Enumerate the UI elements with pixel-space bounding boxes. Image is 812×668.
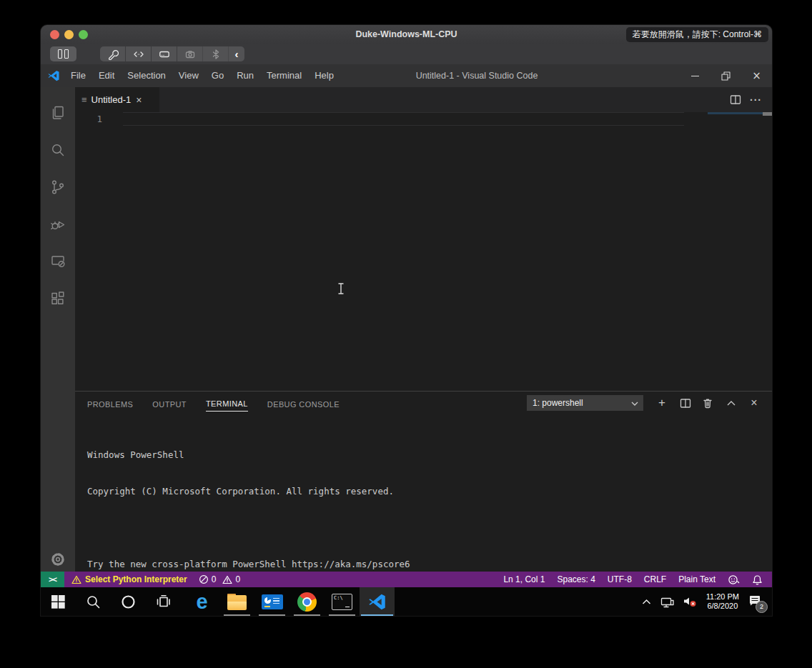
taskbar-clock[interactable]: 11:20 PM 6/8/2020 — [706, 592, 739, 611]
warning-icon — [222, 575, 232, 584]
cursor-position[interactable]: Ln 1, Col 1 — [503, 574, 545, 584]
split-editor-icon[interactable] — [730, 94, 741, 105]
bottom-panel: PROBLEMS OUTPUT TERMINAL DEBUG CONSOLE 1… — [75, 391, 772, 572]
tab-output[interactable]: OUTPUT — [152, 397, 187, 412]
edge-button[interactable]: e — [184, 587, 219, 616]
vm-bluetooth-button[interactable] — [203, 46, 229, 61]
vscode-logo-icon — [367, 592, 387, 612]
menu-run[interactable]: Run — [230, 64, 260, 87]
toolbar-collapse-button[interactable]: ‹ — [229, 46, 244, 61]
language-mode[interactable]: Plain Text — [678, 574, 716, 584]
menu-view[interactable]: View — [172, 64, 205, 87]
tab-problems[interactable]: PROBLEMS — [87, 397, 133, 412]
cortana-button[interactable] — [111, 587, 146, 616]
cortana-circle-icon — [121, 594, 136, 609]
suspend-vm-button[interactable] — [50, 46, 76, 61]
mouse-release-hint: 若要放開滑鼠，請按下: Control-⌘ — [626, 27, 768, 42]
tab-debug-console[interactable]: DEBUG CONSOLE — [267, 397, 340, 412]
menu-edit[interactable]: Edit — [92, 64, 121, 87]
tab-label: Untitled-1 — [91, 94, 132, 105]
remote-indicator[interactable]: >< — [41, 572, 64, 587]
vm-settings-button[interactable] — [100, 46, 126, 61]
menu-help[interactable]: Help — [308, 64, 340, 87]
cmd-label: C:\ — [334, 595, 343, 601]
chevron-down-icon — [631, 402, 638, 406]
menu-file[interactable]: File — [64, 64, 92, 87]
close-button[interactable]: × — [741, 64, 772, 87]
vm-harddisk-button[interactable] — [152, 46, 177, 61]
restore-icon — [721, 71, 731, 81]
vscode-taskbar-button[interactable] — [360, 587, 395, 616]
terminal-line: Copyright (C) Microsoft Corporation. All… — [87, 485, 410, 497]
minimize-button[interactable] — [680, 64, 710, 87]
menu-go[interactable]: Go — [205, 64, 230, 87]
restore-button[interactable] — [710, 64, 741, 87]
volume-muted-icon[interactable] — [683, 596, 697, 607]
chrome-button[interactable] — [289, 587, 325, 616]
explorer-icon[interactable] — [49, 104, 66, 121]
vm-titlebar[interactable]: Duke-Windows-ML-CPU 若要放開滑鼠，請按下: Control-… — [41, 25, 772, 44]
source-control-icon[interactable] — [49, 179, 66, 196]
tab-terminal[interactable]: TERMINAL — [206, 397, 248, 412]
menu-terminal[interactable]: Terminal — [260, 64, 308, 87]
line-number: 1 — [88, 113, 102, 125]
vm-snapshots-button[interactable] — [126, 46, 152, 61]
terminal-dropdown[interactable]: 1: powershell — [527, 395, 643, 411]
terminal-dropdown-value: 1: powershell — [533, 398, 583, 408]
new-terminal-button[interactable]: + — [654, 395, 670, 411]
warning-count: 0 — [235, 574, 240, 584]
editor-scrollbar[interactable] — [763, 112, 772, 116]
network-icon[interactable] — [660, 596, 674, 608]
report-card-icon — [262, 594, 283, 609]
vm-camera-button[interactable] — [177, 46, 203, 61]
wrench-icon — [107, 49, 119, 60]
task-view-icon — [156, 594, 171, 609]
command-prompt-button[interactable]: C:\ — [325, 587, 360, 616]
editor-tabbar: ≡ Untitled-1 × ··· — [75, 87, 772, 112]
more-actions-icon[interactable]: ··· — [750, 96, 762, 104]
ibeam-mouse-cursor — [337, 282, 345, 298]
menu-selection[interactable]: Selection — [121, 64, 172, 87]
pause-icon — [64, 49, 69, 59]
maximize-panel-button[interactable] — [723, 395, 739, 411]
minimize-icon — [691, 76, 699, 76]
problems-summary[interactable]: 0 0 — [199, 574, 240, 584]
vscode-window-title: Untitled-1 - Visual Studio Code — [362, 64, 591, 87]
tab-untitled-1[interactable]: ≡ Untitled-1 × — [75, 87, 159, 112]
notifications-bell-icon[interactable] — [752, 574, 763, 585]
edge-icon: e — [196, 592, 207, 612]
action-center-button[interactable]: 2 — [748, 594, 763, 609]
feedback-smiley-icon[interactable] — [728, 574, 740, 585]
start-button[interactable] — [41, 587, 76, 616]
taskbar-search-button[interactable] — [76, 587, 111, 616]
editor-area[interactable]: 1 — [75, 112, 772, 391]
task-view-button[interactable] — [146, 587, 181, 616]
manage-gear-icon[interactable] — [49, 551, 66, 568]
close-icon: × — [751, 397, 757, 409]
camera-icon — [184, 49, 196, 60]
tab-close-icon[interactable]: × — [136, 94, 142, 106]
tray-expand-chevron-icon[interactable] — [642, 599, 651, 605]
chevron-left-icon: ‹ — [235, 46, 239, 61]
hard-disk-icon — [159, 49, 170, 60]
eol-sequence[interactable]: CRLF — [644, 574, 666, 584]
extensions-icon[interactable] — [49, 290, 66, 307]
close-panel-button[interactable]: × — [746, 395, 762, 411]
report-app-button[interactable] — [254, 587, 289, 616]
screen: Duke-Windows-ML-CPU 若要放開滑鼠，請按下: Control-… — [0, 0, 812, 668]
encoding[interactable]: UTF-8 — [608, 574, 632, 584]
error-icon — [199, 574, 209, 584]
chevron-up-icon — [726, 399, 736, 407]
remote-explorer-icon[interactable] — [49, 253, 66, 270]
file-explorer-button[interactable] — [219, 587, 254, 616]
kill-terminal-button[interactable] — [700, 395, 716, 411]
terminal-line — [87, 522, 410, 534]
command-prompt-icon: C:\ — [332, 594, 352, 610]
indentation[interactable]: Spaces: 4 — [557, 574, 595, 584]
activity-bar — [41, 87, 75, 572]
python-interpreter-warning[interactable]: Select Python Interpreter — [71, 574, 187, 584]
current-line-highlight — [123, 112, 684, 126]
run-debug-icon[interactable] — [49, 216, 66, 233]
split-terminal-button[interactable] — [678, 395, 693, 411]
search-icon[interactable] — [49, 141, 66, 159]
